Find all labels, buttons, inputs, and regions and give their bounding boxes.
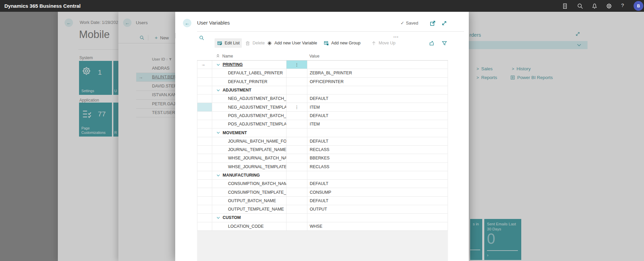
user-variables-table: Name Value →PRINTING⋮DEFAULT_LABEL_PRINT… bbox=[197, 52, 448, 231]
top-navigation-bar: Dynamics 365 Business Central ? B bbox=[0, 0, 644, 12]
table-row-adjustment[interactable]: ADJUSTMENT bbox=[197, 86, 448, 95]
variable-name[interactable]: CONSUMPTION_BATCH_NAME bbox=[212, 181, 287, 186]
filter-icon[interactable] bbox=[442, 38, 447, 48]
variable-value[interactable]: DEFAULT bbox=[307, 137, 448, 145]
variable-value[interactable] bbox=[307, 128, 448, 137]
variable-value[interactable]: DEFAULT bbox=[307, 112, 448, 120]
group-name[interactable]: MOVEMENT bbox=[223, 130, 247, 135]
table-row-whse-journal-batch-na-[interactable]: WHSE_JOURNAL_BATCH_NA...BBERKES bbox=[197, 154, 448, 162]
variable-name[interactable]: JOURNAL_TEMPLATE_NAME_... bbox=[212, 147, 287, 152]
collapse-all-icon[interactable] bbox=[216, 54, 220, 59]
variable-value[interactable]: DEFAULT bbox=[307, 180, 448, 188]
table-row-custom[interactable]: CUSTOM bbox=[197, 214, 448, 222]
share-icon[interactable] bbox=[429, 38, 434, 48]
variable-value[interactable]: WHSE bbox=[307, 222, 448, 230]
group-name[interactable]: MANUFACTURING bbox=[223, 173, 260, 178]
edit-list-button[interactable]: Edit List bbox=[215, 38, 242, 48]
variable-name[interactable]: DEFAULT_PRINTER bbox=[212, 79, 267, 84]
table-row-neg-adjustment-templat-[interactable]: NEG_ADJUSTMENT_TEMPLAT...⋮ITEM bbox=[197, 103, 448, 111]
table-row-printing[interactable]: →PRINTING⋮ bbox=[197, 61, 448, 69]
table-row-journal-batch-name-for-[interactable]: JOURNAL_BATCH_NAME_FOR...DEFAULT bbox=[197, 137, 448, 146]
variable-value[interactable] bbox=[307, 171, 448, 179]
variable-value[interactable] bbox=[307, 61, 448, 69]
variable-value[interactable]: BBERKES bbox=[307, 154, 448, 162]
notifications-bell-icon[interactable] bbox=[592, 3, 598, 9]
chevron-down-icon[interactable] bbox=[217, 89, 220, 91]
chevron-down-icon[interactable] bbox=[217, 217, 220, 219]
variable-value[interactable]: ZEBRA_BL_PRINTER bbox=[307, 69, 448, 77]
divider bbox=[197, 31, 464, 32]
table-row-pos-adjustment-batch-n-[interactable]: POS_ADJUSTMENT_BATCH_N...DEFAULT bbox=[197, 112, 448, 120]
chevron-down-icon[interactable] bbox=[217, 132, 220, 134]
variable-value[interactable] bbox=[307, 86, 448, 94]
table-row-neg-adjustment-batch-n-[interactable]: NEG_ADJUSTMENT_BATCH_N...DEFAULT bbox=[197, 95, 448, 103]
group-name[interactable]: CUSTOM bbox=[223, 215, 241, 220]
help-icon[interactable]: ? bbox=[621, 2, 624, 8]
variable-name[interactable]: NEG_ADJUSTMENT_BATCH_N... bbox=[212, 96, 287, 101]
variable-name[interactable]: CONSUMPTION_TEMPLATE_... bbox=[212, 190, 287, 195]
variable-value[interactable]: RECLASS bbox=[307, 163, 448, 171]
variable-value[interactable] bbox=[307, 214, 448, 222]
delete-button[interactable]: Delete bbox=[245, 38, 265, 48]
table-row-location-code[interactable]: LOCATION_CODEWHSE bbox=[197, 222, 448, 231]
table-footer-area bbox=[197, 231, 448, 261]
value-column-header[interactable]: Value bbox=[307, 54, 448, 59]
save-status: ✓ Saved bbox=[401, 21, 418, 26]
sparkle-icon bbox=[267, 41, 272, 46]
variable-value[interactable]: ITEM bbox=[307, 103, 448, 111]
variable-name[interactable]: POS_ADJUSTMENT_BATCH_N... bbox=[212, 113, 287, 118]
group-name[interactable]: ADJUSTMENT bbox=[223, 88, 251, 92]
variable-value[interactable]: DEFAULT bbox=[307, 95, 448, 103]
table-row-journal-template-name-[interactable]: JOURNAL_TEMPLATE_NAME_...RECLASS bbox=[197, 146, 448, 154]
row-menu-icon[interactable]: ⋮ bbox=[295, 62, 299, 67]
dialog-title: User Variables bbox=[197, 20, 230, 26]
search-icon[interactable] bbox=[577, 3, 583, 9]
table-row-manufacturing[interactable]: MANUFACTURING bbox=[197, 171, 448, 180]
back-arrow-icon[interactable]: ← bbox=[183, 19, 191, 27]
action-toolbar: Edit List Delete Add new User Variable A… bbox=[175, 33, 469, 42]
search-icon[interactable] bbox=[199, 33, 204, 42]
table-row-pos-adjustment-templat-[interactable]: POS_ADJUSTMENT_TEMPLAT...ITEM bbox=[197, 120, 448, 128]
move-up-button[interactable]: Move Up bbox=[371, 38, 395, 48]
variable-name[interactable]: DEFAULT_LABEL_PRINTER bbox=[212, 71, 283, 75]
variable-value[interactable]: OFFICEPRINTER bbox=[307, 78, 448, 86]
add-new-user-variable-button[interactable]: Add new User Variable bbox=[267, 38, 317, 48]
settings-gear-icon[interactable] bbox=[606, 3, 612, 9]
variable-value[interactable]: ITEM bbox=[307, 120, 448, 128]
variable-name[interactable]: JOURNAL_BATCH_NAME_FOR... bbox=[212, 139, 287, 144]
add-group-icon bbox=[324, 41, 329, 46]
table-row-output-batch-name[interactable]: OUTPUT_BATCH_NAMEDEFAULT bbox=[197, 197, 448, 205]
table-row-movement[interactable]: MOVEMENT bbox=[197, 128, 448, 137]
table-row-whse-journal-template-[interactable]: WHSE_JOURNAL_TEMPLATE_...RECLASS bbox=[197, 163, 448, 171]
variable-name[interactable]: OUTPUT_TEMPLATE_NAME bbox=[212, 207, 284, 212]
add-new-group-button[interactable]: Add new Group bbox=[324, 38, 361, 48]
variable-name[interactable]: WHSE_JOURNAL_TEMPLATE_... bbox=[212, 164, 287, 169]
variable-name[interactable]: LOCATION_CODE bbox=[212, 224, 264, 229]
variable-name[interactable]: WHSE_JOURNAL_BATCH_NA... bbox=[212, 156, 287, 160]
resize-expand-icon[interactable] bbox=[441, 20, 447, 26]
variable-name[interactable]: NEG_ADJUSTMENT_TEMPLAT... bbox=[212, 105, 287, 110]
variable-value[interactable]: CONSUMP bbox=[307, 188, 448, 196]
variable-value[interactable]: DEFAULT bbox=[307, 197, 448, 205]
table-row-output-template-name[interactable]: OUTPUT_TEMPLATE_NAMEOUTPUT bbox=[197, 205, 448, 214]
company-icon[interactable] bbox=[562, 3, 568, 9]
open-in-new-window-icon[interactable] bbox=[430, 20, 436, 26]
group-name[interactable]: PRINTING bbox=[223, 62, 243, 67]
table-row-consumption-template-[interactable]: CONSUMPTION_TEMPLATE_...CONSUMP bbox=[197, 188, 448, 196]
table-row-consumption-batch-name[interactable]: CONSUMPTION_BATCH_NAMEDEFAULT bbox=[197, 180, 448, 188]
table-row-default-printer[interactable]: DEFAULT_PRINTEROFFICEPRINTER bbox=[197, 78, 448, 86]
more-options-icon[interactable]: ⋯ bbox=[393, 34, 399, 40]
variable-name[interactable]: OUTPUT_BATCH_NAME bbox=[212, 198, 276, 203]
variable-value[interactable]: RECLASS bbox=[307, 146, 448, 154]
table-row-default-label-printer[interactable]: DEFAULT_LABEL_PRINTERZEBRA_BL_PRINTER bbox=[197, 69, 448, 77]
chevron-down-icon[interactable] bbox=[217, 64, 220, 66]
variable-value[interactable]: OUTPUT bbox=[307, 205, 448, 213]
check-icon: ✓ bbox=[401, 21, 404, 26]
row-menu-icon[interactable]: ⋮ bbox=[295, 105, 299, 110]
trash-icon bbox=[245, 41, 250, 46]
name-column-header[interactable]: Name bbox=[222, 54, 233, 59]
variable-name[interactable]: POS_ADJUSTMENT_TEMPLAT... bbox=[212, 122, 287, 126]
chevron-down-icon[interactable] bbox=[217, 174, 220, 177]
avatar[interactable]: B bbox=[634, 1, 643, 11]
user-variables-dialog: ← User Variables ✓ Saved Edit List Dele bbox=[175, 12, 469, 261]
